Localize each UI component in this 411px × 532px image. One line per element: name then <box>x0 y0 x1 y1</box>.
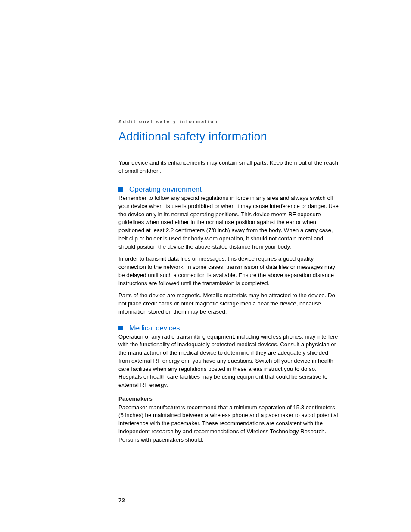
square-bullet-icon <box>118 326 123 330</box>
section-medical-devices: Medical devices Operation of any radio t… <box>118 324 339 444</box>
section-heading: Operating environment <box>118 185 339 193</box>
subsection-title: Pacemakers <box>118 395 339 402</box>
body-paragraph: Operation of any radio transmitting equi… <box>118 333 339 389</box>
section-heading: Medical devices <box>118 324 339 332</box>
body-paragraph: In order to transmit data files or messa… <box>118 255 339 287</box>
page-number: 72 <box>118 497 125 504</box>
body-paragraph: Remember to follow any special regulatio… <box>118 194 339 251</box>
page-content: Additional safety information Additional… <box>118 119 339 451</box>
section-title: Operating environment <box>129 185 202 193</box>
section-title: Medical devices <box>129 324 180 332</box>
intro-paragraph: Your device and its enhancements may con… <box>118 159 339 175</box>
body-paragraph: Pacemaker manufacturers recommend that a… <box>118 404 339 444</box>
square-bullet-icon <box>118 187 123 192</box>
body-paragraph: Parts of the device are magnetic. Metall… <box>118 292 339 316</box>
running-header: Additional safety information <box>118 119 339 124</box>
section-operating-environment: Operating environment Remember to follow… <box>118 185 339 316</box>
page-title: Additional safety information <box>118 130 339 146</box>
